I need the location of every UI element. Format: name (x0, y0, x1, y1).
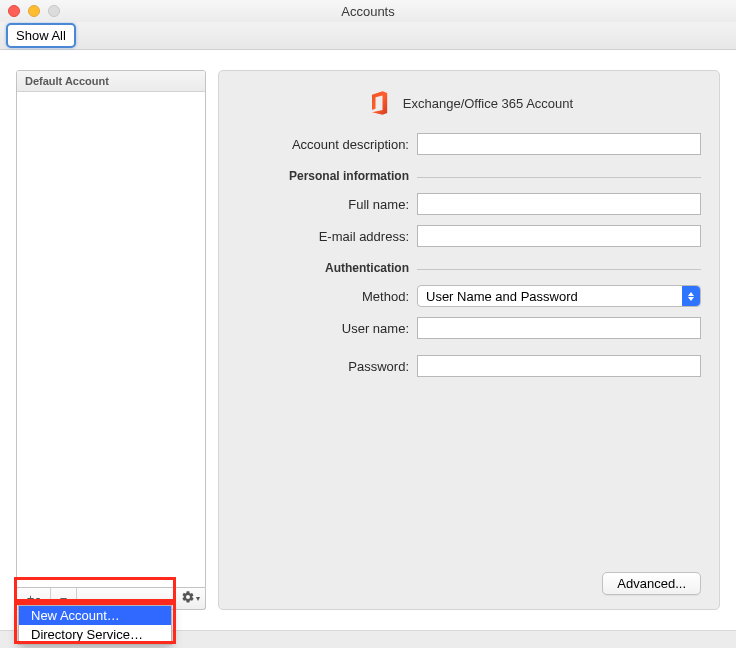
window-title: Accounts (0, 4, 736, 19)
input-fullname[interactable] (417, 193, 701, 215)
select-stepper-icon (682, 286, 700, 306)
zoom-window-button[interactable] (48, 5, 60, 17)
divider (417, 269, 701, 270)
input-email[interactable] (417, 225, 701, 247)
account-header: Exchange/Office 365 Account (237, 89, 701, 117)
label-email: E-mail address: (237, 229, 417, 244)
show-all-button[interactable]: Show All (6, 23, 76, 48)
account-detail-panel: Exchange/Office 365 Account Account desc… (218, 70, 720, 610)
chevron-down-icon: ▾ (36, 595, 40, 604)
section-authentication-label: Authentication (237, 261, 417, 275)
window-controls (8, 5, 60, 17)
select-method[interactable]: User Name and Password (417, 285, 701, 307)
menu-item-directory-service[interactable]: Directory Service… (19, 625, 171, 644)
content: Default Account + ▾ − ▾ (0, 50, 736, 626)
chevron-down-icon: ▾ (196, 594, 200, 603)
row-fullname: Full name: (237, 193, 701, 215)
input-password[interactable] (417, 355, 701, 377)
input-description[interactable] (417, 133, 701, 155)
row-username: User name: (237, 317, 701, 339)
label-username: User name: (237, 321, 417, 336)
label-description: Account description: (237, 137, 417, 152)
section-personal-info: Personal information (237, 169, 701, 183)
label-method: Method: (237, 289, 417, 304)
plus-icon: + (27, 591, 35, 606)
select-method-value: User Name and Password (426, 289, 578, 304)
row-method: Method: User Name and Password (237, 285, 701, 307)
row-password: Password: (237, 355, 701, 377)
section-authentication: Authentication (237, 261, 701, 275)
office365-icon (365, 89, 393, 117)
row-email: E-mail address: (237, 225, 701, 247)
menu-item-new-account[interactable]: New Account… (19, 606, 171, 625)
accounts-list-header: Default Account (17, 71, 205, 92)
accounts-actions-button[interactable]: ▾ (175, 588, 205, 609)
accounts-list: Default Account (16, 70, 206, 588)
gear-icon (181, 590, 195, 607)
input-username[interactable] (417, 317, 701, 339)
label-fullname: Full name: (237, 197, 417, 212)
advanced-button[interactable]: Advanced... (602, 572, 701, 595)
accounts-sidebar: Default Account + ▾ − ▾ (16, 70, 206, 610)
titlebar: Accounts (0, 0, 736, 22)
close-window-button[interactable] (8, 5, 20, 17)
toolbar: Show All (0, 22, 736, 50)
accounts-list-body[interactable] (17, 92, 205, 587)
row-description: Account description: (237, 133, 701, 155)
label-password: Password: (237, 359, 417, 374)
add-account-menu: New Account… Directory Service… (18, 605, 172, 645)
minimize-window-button[interactable] (28, 5, 40, 17)
minus-icon: − (60, 591, 68, 606)
section-personal-info-label: Personal information (237, 169, 417, 183)
account-type-label: Exchange/Office 365 Account (403, 96, 573, 111)
divider (417, 177, 701, 178)
